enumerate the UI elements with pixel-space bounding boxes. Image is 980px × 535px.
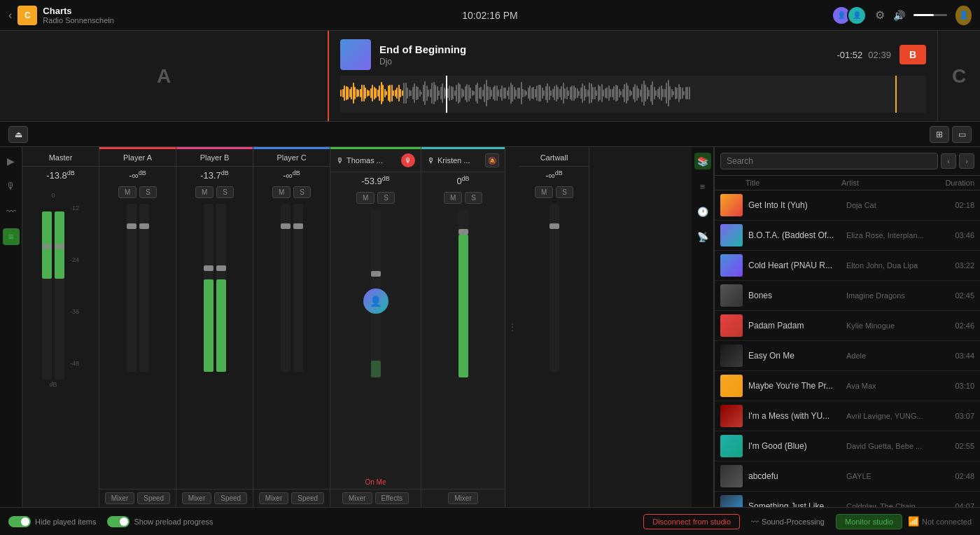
deck-c: C bbox=[938, 31, 980, 121]
channel-kristen-header: 🎙 Kristen ... 🔕 bbox=[421, 149, 505, 172]
volume-slider[interactable] bbox=[913, 14, 947, 16]
kristen-mixer-btn[interactable]: Mixer bbox=[448, 492, 477, 504]
col-title-header: Title bbox=[746, 179, 841, 187]
track-title-6: Maybe You're The Pr... bbox=[748, 381, 841, 391]
channel-cartwall: Cartwall -∞dB M S bbox=[519, 147, 589, 507]
eject-button[interactable]: ⏏ bbox=[8, 126, 28, 143]
channel-c-s-btn[interactable]: S bbox=[293, 186, 311, 198]
preload-toggle[interactable] bbox=[107, 516, 130, 527]
user-avatar[interactable]: 👤 bbox=[955, 6, 972, 25]
channel-c-mixer-btn[interactable]: Mixer bbox=[259, 492, 288, 504]
cartwall-m-btn[interactable]: M bbox=[535, 186, 553, 198]
track-art-4 bbox=[720, 314, 743, 337]
channel-c-m-btn[interactable]: M bbox=[272, 186, 290, 198]
track-item[interactable]: I'm a Mess (with YU... Avril Lavigne, YU… bbox=[715, 401, 980, 431]
hide-played-toggle[interactable] bbox=[8, 516, 31, 527]
channel-player-b: Player B -13.7dB M S bbox=[176, 147, 253, 507]
fader-icon[interactable]: ≡ bbox=[3, 228, 20, 245]
track-artist-1: Eliza Rose, Interplan... bbox=[846, 231, 944, 239]
track-item[interactable]: Padam Padam Kylie Minogue 02:46 bbox=[715, 311, 980, 341]
avatar-2: 👤 bbox=[847, 6, 867, 25]
track-item[interactable]: Bones Imagine Dragons 02:45 bbox=[715, 281, 980, 311]
channel-a-label: Player A bbox=[99, 149, 176, 167]
track-item[interactable]: Something Just Like ... Coldplay, The Ch… bbox=[715, 492, 980, 507]
channel-a-m-btn[interactable]: M bbox=[118, 186, 136, 198]
track-item[interactable]: abcdefu GAYLE 02:48 bbox=[715, 461, 980, 492]
channel-b-ms: M S bbox=[176, 183, 253, 201]
btn-b[interactable]: B bbox=[899, 45, 926, 64]
sound-processing-button[interactable]: 〰 Sound-Processing bbox=[746, 515, 830, 529]
thomas-name: Thomas ... bbox=[346, 156, 383, 165]
channel-a-mixer-btn[interactable]: Mixer bbox=[105, 492, 134, 504]
kristen-s-btn[interactable]: S bbox=[465, 192, 482, 204]
channel-a-s-btn[interactable]: S bbox=[139, 186, 157, 198]
track-item[interactable]: B.O.T.A. (Baddest Of... Eliza Rose, Inte… bbox=[715, 221, 980, 251]
track-artist-10: Coldplay, The Chain... bbox=[846, 502, 944, 507]
track-artist-6: Ava Max bbox=[846, 382, 944, 390]
broadcast-icon[interactable]: 📡 bbox=[694, 228, 711, 245]
channel-c-speed-btn[interactable]: Speed bbox=[291, 492, 324, 504]
play-icon[interactable]: ▶ bbox=[3, 153, 20, 169]
list-view-button[interactable]: ▭ bbox=[952, 126, 972, 143]
track-artist-4: Kylie Minogue bbox=[846, 321, 944, 330]
search-input[interactable] bbox=[720, 153, 938, 169]
back-button[interactable]: ‹ bbox=[8, 9, 12, 22]
thomas-s-btn[interactable]: S bbox=[377, 192, 395, 204]
history-icon[interactable]: 🕐 bbox=[694, 203, 711, 220]
mic-icon[interactable]: 🎙 bbox=[3, 178, 20, 195]
channel-master-label: Master bbox=[22, 149, 99, 167]
track-item[interactable]: I'm Good (Blue) David Guetta, Bebe ... 0… bbox=[715, 431, 980, 461]
next-button[interactable]: › bbox=[959, 153, 974, 169]
station-name: Charts bbox=[43, 6, 114, 16]
track-artist-8: David Guetta, Bebe ... bbox=[846, 442, 944, 450]
channel-a-footer: Mixer Speed bbox=[99, 489, 176, 507]
station-icon: C bbox=[18, 6, 37, 25]
settings-icon[interactable]: ⚙ bbox=[875, 8, 885, 22]
waveform[interactable] bbox=[340, 76, 926, 113]
eq-icon[interactable]: 〰 bbox=[3, 203, 20, 220]
track-list: Get Into It (Yuh) Doja Cat 02:18 B.O.T.A… bbox=[715, 190, 980, 507]
prev-button[interactable]: ‹ bbox=[941, 153, 956, 169]
queue-icon[interactable]: ≡ bbox=[694, 178, 711, 195]
thomas-mic-button[interactable]: 🎙 bbox=[401, 153, 415, 167]
channel-a-faders bbox=[99, 201, 176, 489]
track-duration-7: 03:07 bbox=[950, 412, 974, 420]
track-times: -01:52 02:39 bbox=[836, 50, 890, 60]
track-art bbox=[340, 39, 371, 70]
track-art-5 bbox=[720, 345, 743, 367]
channel-kristen-db: 0dB bbox=[421, 172, 505, 189]
thomas-mixer-btn[interactable]: Mixer bbox=[342, 492, 372, 504]
channel-b-mixer-btn[interactable]: Mixer bbox=[182, 492, 211, 504]
controls-bar: ⏏ ⊞ ▭ bbox=[0, 122, 980, 147]
station-info: Charts Radio Sonnenschein bbox=[43, 6, 114, 25]
track-title: End of Beginning bbox=[379, 43, 828, 55]
track-item[interactable]: Easy On Me Adele 03:44 bbox=[715, 341, 980, 371]
channel-b-s-btn[interactable]: S bbox=[216, 186, 234, 198]
kristen-mute-button[interactable]: 🔕 bbox=[485, 153, 499, 167]
signal-icon: 📶 bbox=[908, 516, 919, 527]
thomas-m-btn[interactable]: M bbox=[356, 192, 374, 204]
track-artist-3: Imagine Dragons bbox=[846, 291, 944, 300]
library-icon[interactable]: 📚 bbox=[694, 153, 711, 169]
channel-a-speed-btn[interactable]: Speed bbox=[137, 492, 170, 504]
disconnect-button[interactable]: Disconnect from studio bbox=[643, 514, 740, 529]
kristen-m-btn[interactable]: M bbox=[444, 192, 462, 204]
track-item[interactable]: Get Into It (Yuh) Doja Cat 02:18 bbox=[715, 190, 980, 221]
right-panel-icons: 📚 ≡ 🕐 📡 bbox=[692, 147, 714, 507]
preload-label: Show preload progress bbox=[134, 517, 213, 526]
cartwall-s-btn[interactable]: S bbox=[556, 186, 573, 198]
track-item[interactable]: Maybe You're The Pr... Ava Max 03:10 bbox=[715, 371, 980, 401]
channel-b-m-btn[interactable]: M bbox=[195, 186, 214, 198]
more-options[interactable]: ⋮ bbox=[505, 147, 519, 507]
channel-thomas-faders: 👤 bbox=[330, 207, 421, 475]
monitor-button[interactable]: Monitor studio bbox=[836, 514, 902, 529]
channel-b-speed-btn[interactable]: Speed bbox=[214, 492, 247, 504]
grid-view-button[interactable]: ⊞ bbox=[930, 126, 949, 143]
channel-c-footer: Mixer Speed bbox=[253, 489, 330, 507]
thomas-effects-btn[interactable]: Effects bbox=[375, 492, 409, 504]
col-thumb-header bbox=[720, 179, 746, 187]
track-item[interactable]: Cold Heart (PNAU R... Elton John, Dua Li… bbox=[715, 251, 980, 281]
track-art-3 bbox=[720, 284, 743, 307]
track-artist-7: Avril Lavigne, YUNG... bbox=[846, 412, 944, 420]
track-duration-6: 03:10 bbox=[950, 382, 974, 390]
